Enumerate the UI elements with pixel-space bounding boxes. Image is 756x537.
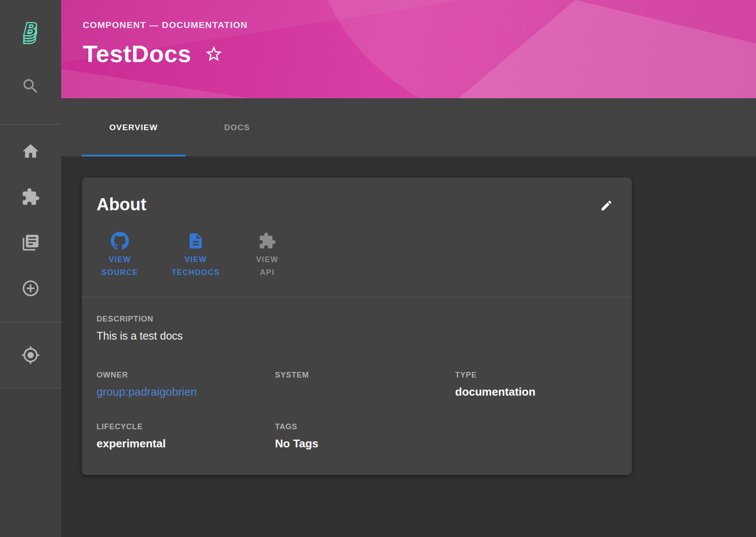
sidebar-item-home[interactable] <box>0 139 61 163</box>
owner-link[interactable]: group:padraigobrien <box>97 385 275 399</box>
edit-metadata-button[interactable] <box>597 196 616 217</box>
sidebar-footer <box>0 388 61 537</box>
entity-header: COMPONENT — DOCUMENTATION TestDocs <box>61 0 756 98</box>
view-api-label: VIEW API <box>249 253 285 279</box>
my-location-icon <box>21 346 40 365</box>
view-source-button[interactable]: VIEW SOURCE <box>91 228 148 284</box>
tab-docs[interactable]: DOCS <box>185 98 289 156</box>
sidebar-divider <box>0 322 61 322</box>
field-type-value: documentation <box>455 385 617 399</box>
field-lifecycle-label: LIFECYCLE <box>97 422 275 431</box>
entity-breadcrumb: COMPONENT — DOCUMENTATION <box>83 20 756 30</box>
sidebar-item-extensions[interactable] <box>0 185 61 209</box>
home-icon <box>21 142 40 161</box>
field-tags-label: TAGS <box>275 422 455 431</box>
field-description-value: This is a test docs <box>97 330 617 342</box>
field-description-label: DESCRIPTION <box>97 315 617 324</box>
field-type: TYPE documentation <box>455 371 617 399</box>
field-owner-label: OWNER <box>97 371 275 380</box>
document-icon <box>187 232 205 250</box>
star-outline-icon <box>204 44 223 63</box>
backstage-logo[interactable]: B B B B <box>0 19 61 49</box>
sidebar-divider <box>0 124 61 125</box>
about-card-title: About <box>97 195 147 214</box>
view-source-label: VIEW SOURCE <box>97 253 142 279</box>
field-system-label: SYSTEM <box>275 371 455 380</box>
overview-content: About VIEW SOURCE <box>61 156 756 537</box>
about-card: About VIEW SOURCE <box>82 178 632 475</box>
sidebar-search-button[interactable] <box>0 74 61 98</box>
field-lifecycle: LIFECYCLE experimental <box>97 422 275 450</box>
backstage-logo-icon: B B B B <box>19 19 42 49</box>
field-lifecycle-value: experimental <box>97 437 275 450</box>
page-title: TestDocs <box>83 40 191 68</box>
search-icon <box>21 77 40 96</box>
extension-icon <box>21 187 40 206</box>
field-tags: TAGS No Tags <box>275 422 455 450</box>
tab-overview-label: OVERVIEW <box>109 123 158 132</box>
entity-tabs: OVERVIEW DOCS <box>61 98 756 156</box>
view-techdocs-label: VIEW TECHDOCS <box>166 253 226 279</box>
sidebar: B B B B <box>0 0 61 537</box>
tab-overview[interactable]: OVERVIEW <box>82 98 185 156</box>
sidebar-item-create[interactable] <box>0 276 61 300</box>
sidebar-item-my-location[interactable] <box>0 343 61 367</box>
library-icon <box>21 233 40 252</box>
field-system-value <box>275 385 455 399</box>
favorite-button[interactable] <box>204 44 223 63</box>
tab-docs-label: DOCS <box>224 123 250 132</box>
svg-text:B: B <box>22 19 37 40</box>
extension-icon <box>258 232 276 250</box>
field-type-label: TYPE <box>455 371 617 380</box>
field-description: DESCRIPTION This is a test docs <box>97 315 617 342</box>
view-techdocs-button[interactable]: VIEW TECHDOCS <box>159 228 232 284</box>
field-system: SYSTEM <box>275 371 455 399</box>
github-icon <box>111 232 129 250</box>
view-api-button: VIEW API <box>243 228 291 284</box>
field-tags-value: No Tags <box>275 437 455 450</box>
field-owner: OWNER group:padraigobrien <box>97 371 275 399</box>
pencil-icon <box>600 199 613 212</box>
create-icon <box>21 279 40 298</box>
sidebar-item-docs[interactable] <box>0 231 61 255</box>
